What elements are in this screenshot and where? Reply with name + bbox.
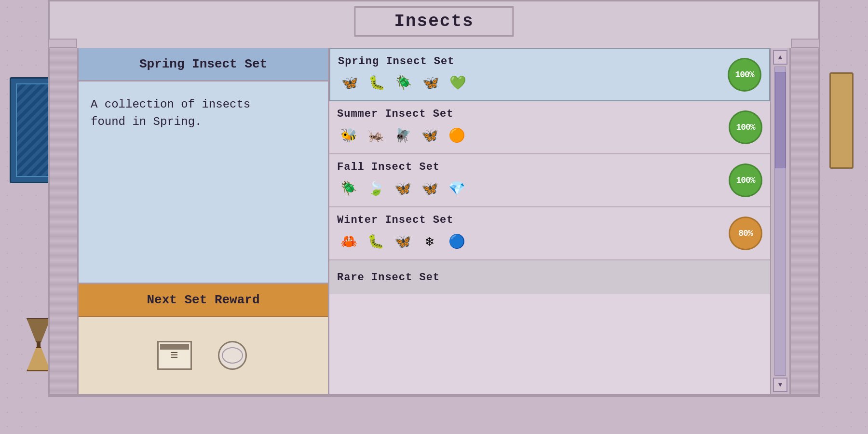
hourglass-top — [27, 318, 51, 342]
columns-area: Spring Insect Set A collection of insect… — [48, 48, 820, 395]
set-name-fall: Fall Insect Set — [337, 161, 724, 173]
left-pillar — [50, 48, 79, 394]
set-description: A collection of insectsfound in Spring. — [79, 81, 328, 283]
encyclopedia-icon — [157, 341, 192, 370]
insect-crab: 🦀 — [337, 230, 360, 253]
set-insects-fall: 🪲 🍃 🦋 🦋 💎 — [337, 177, 724, 200]
insect-butterfly-yellow: 🦋 — [338, 71, 361, 95]
main-panel: Insects Spring Insect Set A collection o… — [48, 0, 820, 434]
reward-section: Next Set Reward — [79, 283, 328, 394]
insect-moth: 🦋 — [418, 124, 441, 147]
selected-set-title[interactable]: Spring Insect Set — [79, 48, 328, 81]
reward-items-area — [79, 317, 328, 394]
set-info-summer: Summer Insect Set 🐝 🦗 🪰 🦋 🟠 — [337, 108, 724, 147]
set-insects-spring: 🦋 🐛 🪲 🦋 💚 — [338, 71, 723, 95]
set-name-winter: Winter Insect Set — [337, 214, 724, 226]
right-pillar — [789, 48, 818, 394]
insect-beetle-fall: 🪲 — [337, 177, 360, 200]
set-insects-summer: 🐝 🦗 🪰 🦋 🟠 — [337, 124, 724, 147]
scroll-track[interactable] — [774, 67, 786, 376]
header-title-box: Insects — [354, 6, 514, 37]
set-insects-winter: 🦀 🐛 🦋 ❄️ 🔵 — [337, 230, 724, 253]
bottom-base — [48, 395, 820, 434]
insect-dragonfly: 🪰 — [391, 124, 414, 147]
set-item-fall[interactable]: Fall Insect Set 🪲 🍃 🦋 🦋 💎 100% — [329, 154, 770, 207]
insect-butterfly-green: 🦋 — [419, 71, 442, 95]
scroll-down-button[interactable]: ▼ — [773, 378, 787, 392]
completion-badge-spring: 100% — [728, 58, 761, 92]
insect-dark-bug: 🐛 — [364, 230, 387, 253]
set-item-rare[interactable]: Rare Insect Set — [329, 260, 770, 294]
set-info-winter: Winter Insect Set 🦀 🐛 🦋 ❄️ 🔵 — [337, 214, 724, 253]
header-bar: Insects — [48, 0, 820, 48]
insect-snowflake: ❄️ — [418, 230, 441, 253]
insect-cricket: 🦗 — [364, 124, 387, 147]
set-name-summer: Summer Insect Set — [337, 108, 724, 120]
left-panel: Spring Insect Set A collection of insect… — [79, 48, 329, 394]
insect-leaf-bug: 🍃 — [364, 177, 387, 200]
completion-badge-winter: 80% — [729, 217, 762, 250]
insect-butterfly-fall1: 🦋 — [391, 177, 414, 200]
hourglass-bottom — [27, 347, 51, 371]
oval-icon — [218, 341, 247, 370]
scroll-up-button[interactable]: ▲ — [773, 50, 787, 65]
insect-ladybug: 🪲 — [392, 71, 415, 95]
set-info-fall: Fall Insect Set 🪲 🍃 🦋 🦋 💎 — [337, 161, 724, 200]
pillar-cap-left — [48, 39, 77, 48]
completion-badge-fall: 100% — [729, 163, 762, 197]
content-area: Spring Insect Set A collection of insect… — [79, 48, 789, 394]
scroll-thumb[interactable] — [775, 72, 786, 168]
reward-item-oval — [213, 336, 252, 375]
insect-teal-gem: 💎 — [445, 177, 468, 200]
right-panel: Spring Insect Set 🦋 🐛 🪲 🦋 💚 100% — [329, 48, 789, 394]
reward-item-encyclopedia — [155, 336, 194, 375]
right-panel-inner: Spring Insect Set 🦋 🐛 🪲 🦋 💚 100% — [329, 48, 789, 394]
sets-list[interactable]: Spring Insect Set 🦋 🐛 🪲 🦋 💚 100% — [329, 48, 770, 394]
hourglass-mid — [37, 342, 41, 347]
scrollbar: ▲ ▼ — [770, 48, 789, 394]
insect-blue-gem: 🔵 — [445, 230, 468, 253]
set-name-rare: Rare Insect Set — [337, 271, 762, 284]
set-info-rare: Rare Insect Set — [337, 271, 762, 284]
insect-butterfly-fall2: 🦋 — [418, 177, 441, 200]
set-item-summer[interactable]: Summer Insect Set 🐝 🦗 🪰 🦋 🟠 100% — [329, 101, 770, 154]
insect-gem-green: 💚 — [446, 71, 469, 95]
insect-bee: 🐝 — [337, 124, 360, 147]
pillar-cap-right — [791, 39, 820, 48]
set-item-spring[interactable]: Spring Insect Set 🦋 🐛 🪲 🦋 💚 100% — [329, 48, 770, 101]
description-text: A collection of insectsfound in Spring. — [91, 98, 250, 128]
page-title: Insects — [394, 12, 474, 31]
set-info-spring: Spring Insect Set 🦋 🐛 🪲 🦋 💚 — [338, 55, 723, 95]
right-decoration — [829, 72, 854, 169]
set-item-winter[interactable]: Winter Insect Set 🦀 🐛 🦋 ❄️ 🔵 80% — [329, 207, 770, 260]
insect-orange-gem: 🟠 — [445, 124, 468, 147]
reward-title: Next Set Reward — [79, 283, 328, 317]
insect-white-butterfly: 🦋 — [391, 230, 414, 253]
insect-caterpillar: 🐛 — [365, 71, 388, 95]
set-name-spring: Spring Insect Set — [338, 55, 723, 68]
completion-badge-summer: 100% — [729, 110, 762, 144]
